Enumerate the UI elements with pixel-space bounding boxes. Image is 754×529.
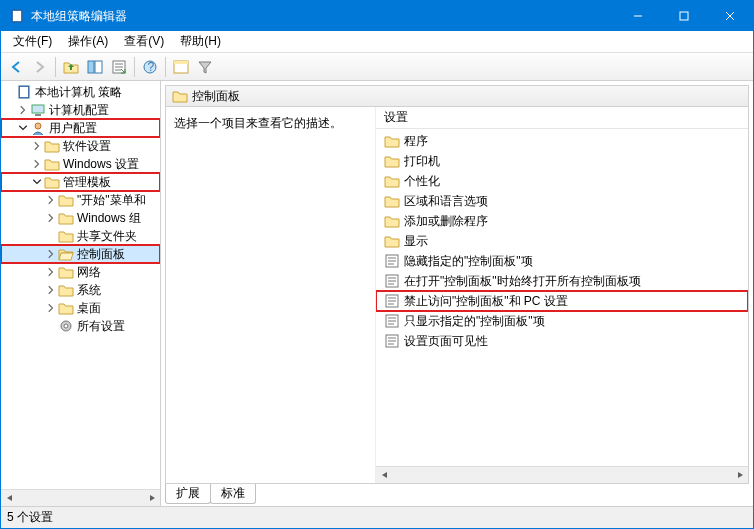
tree-label: 用户配置 (49, 120, 97, 137)
minimize-button[interactable] (615, 1, 661, 31)
tree-start-menu[interactable]: "开始"菜单和 (1, 191, 160, 209)
titlebar: 本地组策略编辑器 (1, 1, 753, 31)
toolbar: ? (1, 53, 753, 81)
forward-button[interactable] (29, 56, 51, 78)
menu-file[interactable]: 文件(F) (5, 31, 60, 52)
folder-icon (44, 174, 60, 190)
tree-label: 计算机配置 (49, 102, 109, 119)
content-header: 控制面板 (165, 85, 749, 107)
chevron-down-icon (31, 176, 43, 188)
svg-rect-23 (174, 61, 188, 64)
tree-root[interactable]: 本地计算机 策略 (1, 83, 160, 101)
menu-help[interactable]: 帮助(H) (172, 31, 229, 52)
chevron-right-icon (45, 212, 57, 224)
tree-control-panel[interactable]: 控制面板 (1, 245, 160, 263)
folder-icon (44, 156, 60, 172)
list-item[interactable]: 隐藏指定的"控制面板"项 (376, 251, 748, 271)
chevron-right-icon (45, 302, 57, 314)
menu-action[interactable]: 操作(A) (60, 31, 116, 52)
close-button[interactable] (707, 1, 753, 31)
list-column: 设置 程序 打印机 个性化 区域和语言选项 添加或删除程序 显示 隐藏指定的"控… (376, 107, 748, 483)
help-button[interactable]: ? (139, 56, 161, 78)
folder-icon (172, 88, 188, 104)
folder-icon (58, 192, 74, 208)
tree-system[interactable]: 系统 (1, 281, 160, 299)
scroll-right-icon[interactable] (731, 467, 748, 484)
tree-software-settings[interactable]: 软件设置 (1, 137, 160, 155)
list-item-prohibit-access[interactable]: 禁止访问"控制面板"和 PC 设置 (376, 291, 748, 311)
show-hide-tree-button[interactable] (84, 56, 106, 78)
item-label: 隐藏指定的"控制面板"项 (404, 253, 533, 270)
list-item[interactable]: 添加或删除程序 (376, 211, 748, 231)
content-title: 控制面板 (192, 88, 240, 105)
chevron-right-icon (45, 266, 57, 278)
svg-rect-15 (680, 12, 688, 20)
filter-button[interactable] (194, 56, 216, 78)
scroll-left-icon[interactable] (1, 490, 18, 507)
item-label: 禁止访问"控制面板"和 PC 设置 (404, 293, 568, 310)
menubar: 文件(F) 操作(A) 查看(V) 帮助(H) (1, 31, 753, 53)
computer-icon (30, 102, 46, 118)
list-scrollbar[interactable] (376, 466, 748, 483)
tree-all-settings[interactable]: 所有设置 (1, 317, 160, 335)
tree-computer-config[interactable]: 计算机配置 (1, 101, 160, 119)
list-item[interactable]: 打印机 (376, 151, 748, 171)
item-label: 显示 (404, 233, 428, 250)
tab-extended[interactable]: 扩展 (165, 484, 211, 504)
svg-text:?: ? (148, 60, 155, 74)
tree-pane[interactable]: 本地计算机 策略 计算机配置 用户配置 软件设置 Windows 设置 管理模板… (1, 81, 161, 506)
folder-icon (384, 213, 400, 229)
tree-shared-folders[interactable]: 共享文件夹 (1, 227, 160, 245)
tree-label: 控制面板 (77, 246, 125, 263)
item-label: 在打开"控制面板"时始终打开所有控制面板项 (404, 273, 641, 290)
tab-standard[interactable]: 标准 (210, 484, 256, 504)
chevron-down-icon (17, 122, 29, 134)
column-setting[interactable]: 设置 (384, 109, 408, 126)
tree-scrollbar[interactable] (1, 489, 160, 506)
statusbar: 5 个设置 (1, 506, 753, 528)
tree-windows-settings[interactable]: Windows 设置 (1, 155, 160, 173)
menu-view[interactable]: 查看(V) (116, 31, 172, 52)
up-button[interactable] (60, 56, 82, 78)
folder-open-icon (58, 246, 74, 262)
list-item[interactable]: 程序 (376, 131, 748, 151)
chevron-right-icon (45, 284, 57, 296)
tree-windows-components[interactable]: Windows 组 (1, 209, 160, 227)
list-item[interactable]: 在打开"控制面板"时始终打开所有控制面板项 (376, 271, 748, 291)
tree-label: 管理模板 (63, 174, 111, 191)
description-column: 选择一个项目来查看它的描述。 (166, 107, 376, 483)
chevron-right-icon (31, 158, 43, 170)
list-body[interactable]: 程序 打印机 个性化 区域和语言选项 添加或删除程序 显示 隐藏指定的"控制面板… (376, 129, 748, 466)
maximize-button[interactable] (661, 1, 707, 31)
tree-user-config[interactable]: 用户配置 (1, 119, 160, 137)
tree-admin-templates[interactable]: 管理模板 (1, 173, 160, 191)
tree-desktop[interactable]: 桌面 (1, 299, 160, 317)
tree-label: 共享文件夹 (77, 228, 137, 245)
folder-icon (384, 133, 400, 149)
folder-icon (384, 233, 400, 249)
filter-options-button[interactable] (170, 56, 192, 78)
gear-icon (58, 318, 74, 334)
policy-icon (384, 273, 400, 289)
scroll-right-icon[interactable] (143, 490, 160, 507)
policy-icon (384, 333, 400, 349)
tree-label: 软件设置 (63, 138, 111, 155)
folder-icon (384, 173, 400, 189)
folder-icon (58, 210, 74, 226)
tree-network[interactable]: 网络 (1, 263, 160, 281)
book-icon (16, 84, 32, 100)
export-list-button[interactable] (108, 56, 130, 78)
back-button[interactable] (5, 56, 27, 78)
policy-icon (384, 313, 400, 329)
list-item[interactable]: 区域和语言选项 (376, 191, 748, 211)
list-item[interactable]: 显示 (376, 231, 748, 251)
chevron-right-icon (45, 194, 57, 206)
folder-icon (44, 138, 60, 154)
item-label: 区域和语言选项 (404, 193, 488, 210)
list-item[interactable]: 个性化 (376, 171, 748, 191)
description-text: 选择一个项目来查看它的描述。 (174, 115, 367, 132)
list-item[interactable]: 只显示指定的"控制面板"项 (376, 311, 748, 331)
scroll-left-icon[interactable] (376, 467, 393, 484)
list-item[interactable]: 设置页面可见性 (376, 331, 748, 351)
tree-label: 桌面 (77, 300, 101, 317)
